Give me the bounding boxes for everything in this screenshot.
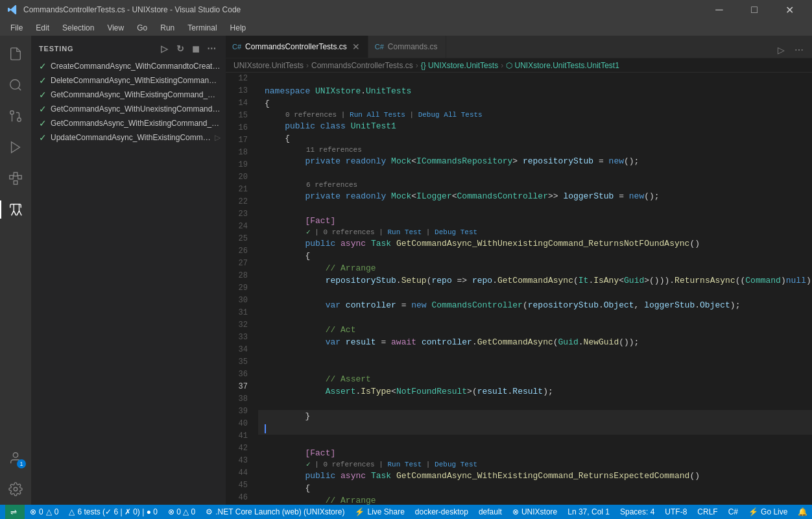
menu-file[interactable]: File: [5, 22, 28, 34]
warning-icon: △: [46, 507, 52, 516]
status-encoding[interactable]: UTF-8: [660, 505, 692, 519]
status-remote[interactable]: ⇌: [5, 505, 25, 519]
line-num: 22: [226, 196, 253, 208]
menu-view[interactable]: View: [102, 22, 129, 34]
line-num: 17: [226, 134, 253, 147]
menu-run[interactable]: Run: [155, 22, 180, 34]
code-line: [258, 202, 812, 215]
code-line-hint[interactable]: 11 references: [258, 145, 812, 155]
test-item[interactable]: ✓ CreateCommandAsync_WithCommandtoCreate…: [31, 59, 226, 73]
run-file-button[interactable]: ▷: [773, 42, 789, 58]
breadcrumb-ns2[interactable]: {} UNIXstore.UnitTests: [421, 61, 498, 70]
title-bar-title: CommandsControllerTests.cs - UNIXstore -…: [23, 5, 241, 14]
test-item[interactable]: ✓ GetCommandsAsync_WithExistingCommand_R…: [31, 116, 226, 130]
run-tests-button[interactable]: ▷: [158, 42, 171, 55]
tab-commands[interactable]: C# Commands.cs: [368, 36, 446, 58]
status-notifications[interactable]: 🔔: [793, 505, 812, 519]
line-num: 24: [226, 221, 253, 233]
activity-extensions[interactable]: [0, 163, 31, 194]
code-line: {: [258, 482, 812, 494]
line-num: 33: [226, 332, 253, 344]
vscode-logo-icon: [8, 5, 18, 15]
test-item[interactable]: ✓ UpdateCommandAsync_WithExistingComman.…: [31, 130, 226, 145]
menu-edit[interactable]: Edit: [30, 22, 54, 34]
test-item[interactable]: ✓ GetCommandAsync_WithExistingCommand_Re…: [31, 88, 226, 102]
test-pass-icon: ✓: [39, 104, 47, 114]
menu-terminal[interactable]: Terminal: [182, 22, 222, 34]
code-line: [258, 348, 812, 361]
test-pass-icon: ✓: [39, 132, 47, 143]
maximize-button[interactable]: □: [739, 0, 769, 19]
minimize-button[interactable]: ─: [704, 0, 734, 19]
more-tests-button[interactable]: ⋯: [205, 42, 218, 55]
code-line-hint[interactable]: 0 references | Run All Tests | Debug All…: [258, 110, 812, 120]
test-item[interactable]: ✓ GetCommandAsync_WithUnexistingCommand_…: [31, 102, 226, 116]
close-button[interactable]: ✕: [774, 0, 804, 19]
breadcrumb-class[interactable]: ⬡ UNIXstore.UnitTests.UnitTest1: [506, 61, 619, 70]
tab-commands-controller-tests[interactable]: C# CommandsControllerTests.cs ✕: [226, 36, 368, 58]
status-errors[interactable]: ⊗ 0 △ 0: [25, 505, 64, 519]
line-num: 32: [226, 319, 253, 332]
menu-selection[interactable]: Selection: [57, 22, 99, 34]
status-docker[interactable]: docker-desktop: [410, 505, 473, 519]
status-go-live[interactable]: ⚡ Go Live: [743, 505, 793, 519]
status-position[interactable]: Ln 37, Col 1: [562, 505, 615, 519]
line-num: 26: [226, 245, 253, 258]
line-num: 42: [226, 442, 253, 455]
go-live-text: Go Live: [761, 507, 787, 516]
status-live-share[interactable]: ⚡ Live Share: [350, 505, 409, 519]
status-tests[interactable]: △ 6 tests (✓ 6 | ✗ 0) | ● 0: [64, 505, 163, 519]
status-debug[interactable]: ⊗ 0 △ 0: [163, 505, 200, 519]
status-language[interactable]: C#: [723, 505, 743, 519]
activity-explorer[interactable]: [0, 38, 31, 69]
status-eol[interactable]: CRLF: [692, 505, 722, 519]
test-status-icon: △: [69, 507, 75, 516]
sidebar-title: TESTING: [39, 45, 73, 53]
menu-go[interactable]: Go: [132, 22, 152, 34]
code-line: private readonly Mock<ICommandsRepositor…: [258, 155, 812, 167]
menu-help[interactable]: Help: [225, 22, 252, 34]
code-lines[interactable]: namespace UNIXstore.UnitTests { 0 refere…: [258, 73, 812, 505]
breadcrumb-ns[interactable]: UNIXstore.UnitTests: [233, 61, 304, 70]
activity-debug[interactable]: [0, 132, 31, 163]
encoding-text: UTF-8: [665, 507, 687, 516]
title-bar-controls: ─ □ ✕: [704, 0, 804, 19]
line-num: 36: [226, 368, 253, 381]
status-default[interactable]: default: [473, 505, 507, 519]
line-num: 44: [226, 467, 253, 479]
line-num: 25: [226, 233, 253, 245]
line-num: 12: [226, 73, 253, 85]
tab-label: CommandsControllerTests.cs: [245, 42, 347, 51]
code-line-hint[interactable]: ✓ | 0 references | Run Test | Debug Test: [258, 459, 812, 470]
code-container[interactable]: 12 13 14 15 16 17 18 19 20 21 22 23 24 2…: [226, 73, 812, 505]
activity-settings[interactable]: [0, 474, 31, 505]
status-launch[interactable]: ⚙ .NET Core Launch (web) (UNIXstore): [200, 505, 350, 519]
code-line-hint[interactable]: ✓ | 0 references | Run Test | Debug Test: [258, 227, 812, 237]
status-unixstore[interactable]: ⊗ UNIXstore: [507, 505, 562, 519]
activity-testing[interactable]: [0, 194, 31, 225]
code-line: public async Task GetCommandAsync_WithUn…: [258, 237, 812, 250]
refresh-tests-button[interactable]: ↻: [174, 42, 187, 55]
svg-marker-5: [12, 142, 20, 153]
activity-account[interactable]: 1: [0, 442, 31, 474]
svg-rect-8: [14, 173, 18, 176]
tab-close-button[interactable]: ✕: [351, 42, 361, 52]
split-editor-button[interactable]: ⋯: [791, 42, 807, 58]
code-line-active: }: [258, 410, 812, 422]
status-bar: ⇌ ⊗ 0 △ 0 △ 6 tests (✓ 6 | ✗ 0) | ● 0 ⊗ …: [0, 505, 812, 519]
line-num: 45: [226, 479, 253, 492]
line-num: 34: [226, 344, 253, 356]
test-name: GetCommandAsync_WithUnexistingCommand_Re…: [51, 104, 221, 114]
status-spaces[interactable]: Spaces: 4: [615, 505, 660, 519]
run-test-button[interactable]: ▷: [215, 133, 221, 142]
menu-bar: File Edit Selection View Go Run Terminal…: [0, 19, 812, 36]
test-item[interactable]: ✓ DeleteCommandAsync_WithExistingCommand…: [31, 73, 226, 88]
breadcrumb-file[interactable]: CommandsControllerTests.cs: [311, 61, 413, 70]
activity-search[interactable]: [0, 69, 31, 101]
title-bar-left: CommandsControllerTests.cs - UNIXstore -…: [8, 5, 241, 15]
activity-source-control[interactable]: [0, 101, 31, 132]
stop-tests-button[interactable]: ◼: [189, 42, 202, 55]
code-line-hint[interactable]: 6 references: [258, 180, 812, 190]
unixstore-text: UNIXstore: [521, 507, 557, 516]
line-num: 15: [226, 110, 253, 122]
